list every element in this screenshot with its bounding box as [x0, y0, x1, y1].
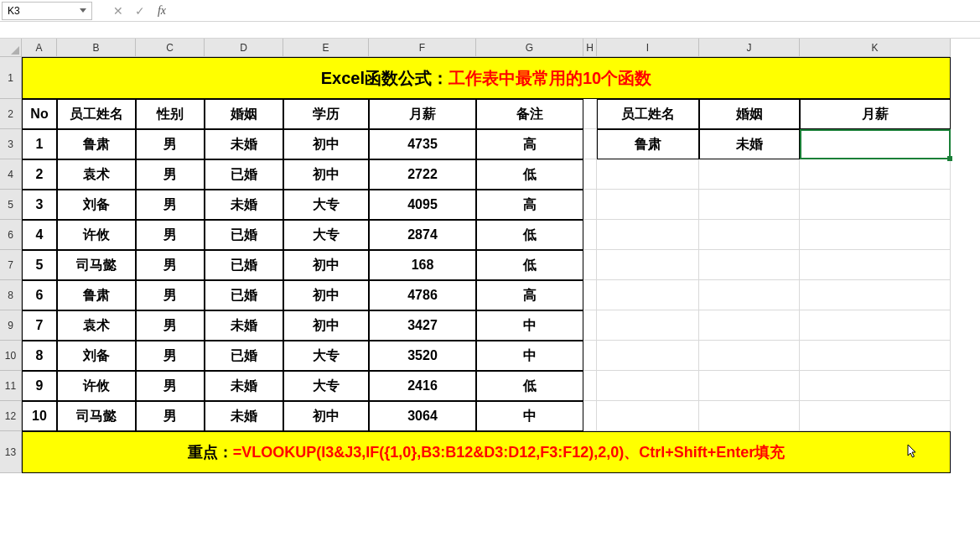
- cell-edu[interactable]: 大专: [283, 371, 369, 401]
- empty-cell[interactable]: [800, 371, 951, 401]
- col-header[interactable]: K: [800, 39, 951, 57]
- cell-marriage[interactable]: 已婚: [205, 159, 283, 190]
- header-lookup-salary[interactable]: 月薪: [800, 99, 951, 129]
- cell-gender[interactable]: 男: [136, 310, 205, 341]
- cell-remark[interactable]: 低: [476, 371, 583, 401]
- empty-cell[interactable]: [583, 159, 597, 190]
- empty-cell[interactable]: [583, 280, 597, 310]
- lookup-salary-selected[interactable]: [800, 129, 951, 159]
- cell-marriage[interactable]: 未婚: [205, 310, 283, 341]
- empty-cell[interactable]: [800, 401, 951, 431]
- empty-cell[interactable]: [800, 310, 951, 341]
- cell-marriage[interactable]: 未婚: [205, 129, 283, 159]
- cell-remark[interactable]: 中: [476, 310, 583, 341]
- empty-cell[interactable]: [800, 190, 951, 220]
- col-header[interactable]: F: [369, 39, 476, 57]
- lookup-name[interactable]: 鲁肃: [597, 129, 699, 159]
- header-salary[interactable]: 月薪: [369, 99, 476, 129]
- empty-cell[interactable]: [597, 280, 699, 310]
- cell-name[interactable]: 袁术: [57, 310, 136, 341]
- empty-cell[interactable]: [800, 250, 951, 280]
- cell-gender[interactable]: 男: [136, 341, 205, 371]
- cell-salary[interactable]: 2874: [369, 220, 476, 250]
- col-header[interactable]: D: [205, 39, 283, 57]
- cell-salary[interactable]: 168: [369, 250, 476, 280]
- cell-salary[interactable]: 4735: [369, 129, 476, 159]
- header-remark[interactable]: 备注: [476, 99, 583, 129]
- row-header[interactable]: 13: [0, 431, 22, 473]
- col-header[interactable]: E: [283, 39, 369, 57]
- cell-salary[interactable]: 4786: [369, 280, 476, 310]
- empty-cell[interactable]: [597, 220, 699, 250]
- footer-formula-cell[interactable]: 重点： =VLOOKUP(I3&J3,IF({1,0},B3:B12&D3:D1…: [22, 431, 951, 473]
- col-header[interactable]: G: [476, 39, 583, 57]
- row-header[interactable]: 8: [0, 280, 22, 310]
- cell-no[interactable]: 8: [22, 341, 57, 371]
- cell-salary[interactable]: 2416: [369, 371, 476, 401]
- empty-cell[interactable]: [583, 129, 597, 159]
- empty-cell[interactable]: [699, 220, 800, 250]
- empty-cell[interactable]: [583, 310, 597, 341]
- cell-gender[interactable]: 男: [136, 159, 205, 190]
- cell-remark[interactable]: 中: [476, 341, 583, 371]
- cell-remark[interactable]: 低: [476, 159, 583, 190]
- cell-edu[interactable]: 初中: [283, 401, 369, 431]
- row-header[interactable]: 4: [0, 159, 22, 190]
- title-cell[interactable]: Excel函数公式： 工作表中最常用的10个函数: [22, 57, 951, 99]
- cancel-icon[interactable]: ✕: [107, 2, 129, 20]
- empty-cell[interactable]: [583, 371, 597, 401]
- row-header[interactable]: 12: [0, 401, 22, 431]
- header-name[interactable]: 员工姓名: [57, 99, 136, 129]
- cell-edu[interactable]: 初中: [283, 280, 369, 310]
- empty-cell[interactable]: [699, 159, 800, 190]
- empty-cell[interactable]: [583, 190, 597, 220]
- empty-cell[interactable]: [583, 250, 597, 280]
- cell-marriage[interactable]: 未婚: [205, 190, 283, 220]
- cell-no[interactable]: 5: [22, 250, 57, 280]
- cell-salary[interactable]: 3427: [369, 310, 476, 341]
- header-gender[interactable]: 性别: [136, 99, 205, 129]
- empty-cell[interactable]: [699, 401, 800, 431]
- empty-cell[interactable]: [699, 280, 800, 310]
- cell-remark[interactable]: 中: [476, 401, 583, 431]
- cell-salary[interactable]: 2722: [369, 159, 476, 190]
- cell-no[interactable]: 6: [22, 280, 57, 310]
- cell-edu[interactable]: 大专: [283, 190, 369, 220]
- confirm-icon[interactable]: ✓: [129, 2, 151, 20]
- cell-no[interactable]: 10: [22, 401, 57, 431]
- cell-name[interactable]: 刘备: [57, 341, 136, 371]
- cell-name[interactable]: 许攸: [57, 371, 136, 401]
- chevron-down-icon[interactable]: [80, 8, 86, 13]
- fx-icon[interactable]: fx: [151, 2, 173, 20]
- header-lookup-marriage[interactable]: 婚姻: [699, 99, 800, 129]
- row-header[interactable]: 6: [0, 220, 22, 250]
- cell-salary[interactable]: 3064: [369, 401, 476, 431]
- header-no[interactable]: No: [22, 99, 57, 129]
- col-header[interactable]: C: [136, 39, 205, 57]
- row-header[interactable]: 5: [0, 190, 22, 220]
- empty-cell[interactable]: [800, 220, 951, 250]
- empty-cell[interactable]: [583, 99, 597, 129]
- cell-edu[interactable]: 大专: [283, 220, 369, 250]
- col-header[interactable]: A: [22, 39, 57, 57]
- empty-cell[interactable]: [597, 250, 699, 280]
- cell-salary[interactable]: 3520: [369, 341, 476, 371]
- cell-marriage[interactable]: 已婚: [205, 250, 283, 280]
- cell-name[interactable]: 刘备: [57, 190, 136, 220]
- cell-marriage[interactable]: 未婚: [205, 401, 283, 431]
- cell-edu[interactable]: 大专: [283, 341, 369, 371]
- header-lookup-name[interactable]: 员工姓名: [597, 99, 699, 129]
- cell-gender[interactable]: 男: [136, 129, 205, 159]
- col-header[interactable]: H: [583, 39, 597, 57]
- cell-no[interactable]: 7: [22, 310, 57, 341]
- cell-edu[interactable]: 初中: [283, 310, 369, 341]
- col-header[interactable]: B: [57, 39, 136, 57]
- empty-cell[interactable]: [699, 371, 800, 401]
- empty-cell[interactable]: [699, 341, 800, 371]
- cell-gender[interactable]: 男: [136, 250, 205, 280]
- cell-name[interactable]: 司马懿: [57, 250, 136, 280]
- cell-remark[interactable]: 高: [476, 129, 583, 159]
- cell-no[interactable]: 1: [22, 129, 57, 159]
- cell-name[interactable]: 鲁肃: [57, 129, 136, 159]
- cell-marriage[interactable]: 已婚: [205, 220, 283, 250]
